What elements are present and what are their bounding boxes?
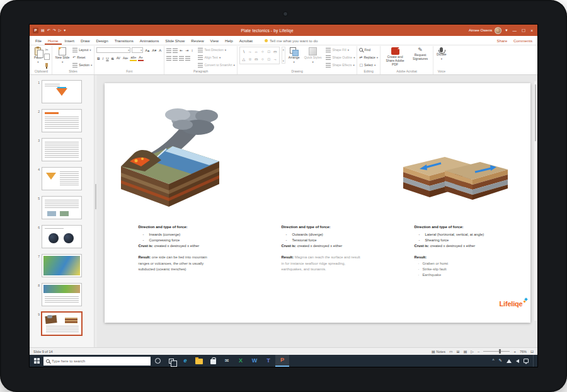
- zoom-in-button[interactable]: +: [513, 350, 516, 354]
- tab-insert[interactable]: Insert: [62, 37, 77, 45]
- replace-button[interactable]: ⇄Replace: [359, 54, 378, 61]
- thumbnail-slide-6[interactable]: [42, 225, 82, 248]
- reset-button[interactable]: ↶Reset: [72, 54, 92, 61]
- tab-slide-show[interactable]: Slide Show: [162, 37, 188, 45]
- thumbnail-slide-2[interactable]: [42, 109, 82, 132]
- task-view-button[interactable]: [164, 355, 178, 367]
- character-spacing-icon[interactable]: AV: [116, 57, 121, 60]
- tab-file[interactable]: File: [32, 37, 45, 45]
- normal-view-icon[interactable]: ▭: [449, 350, 453, 354]
- shape-triangle-icon[interactable]: △: [242, 57, 246, 61]
- close-button[interactable]: ×: [529, 28, 534, 33]
- cut-icon[interactable]: ✂: [45, 48, 50, 52]
- slideshow-view-icon[interactable]: ▷: [471, 350, 474, 354]
- align-center-icon[interactable]: [173, 56, 178, 61]
- ribbon-display-options-icon[interactable]: ▾: [504, 28, 508, 33]
- slide-text-column-3[interactable]: Direction and type of force: Lateral (ho…: [415, 224, 504, 278]
- shapes-gallery-scrollbar[interactable]: ▴ ▾: [282, 47, 285, 64]
- shape-arrow2-icon[interactable]: →: [273, 57, 278, 61]
- fit-to-window-icon[interactable]: ⊡: [530, 350, 534, 354]
- action-center-icon[interactable]: [524, 359, 529, 363]
- pen-icon[interactable]: ✎: [499, 359, 502, 363]
- tray-show-hidden-icons[interactable]: ^: [492, 359, 494, 363]
- reading-view-icon[interactable]: ▤: [464, 350, 467, 354]
- thumbnail-slide-7[interactable]: [42, 254, 82, 277]
- numbering-icon[interactable]: [173, 49, 178, 53]
- font-color-icon[interactable]: A: [138, 55, 143, 61]
- volcano-subduction-image[interactable]: [117, 102, 223, 208]
- lifeliqe-logo[interactable]: Lifeliqe: [500, 300, 523, 308]
- start-slideshow-icon[interactable]: ▷: [59, 28, 62, 32]
- font-size-combobox[interactable]: [132, 47, 143, 53]
- store-button[interactable]: [206, 355, 220, 367]
- copy-icon[interactable]: [45, 55, 50, 60]
- create-share-pdf-button[interactable]: Create and Share Adobe PDF: [382, 47, 408, 67]
- arrange-button[interactable]: Arrange: [287, 47, 301, 64]
- thumbnail-slide-1[interactable]: [42, 80, 82, 103]
- slide-text-column-1[interactable]: Direction and type of force: Inwards (co…: [139, 224, 219, 272]
- zoom-slider[interactable]: [483, 351, 510, 352]
- strikethrough-button[interactable]: S: [111, 57, 115, 61]
- change-case-icon[interactable]: Aa: [122, 57, 129, 61]
- tab-help[interactable]: Help: [222, 37, 236, 45]
- slide-sorter-view-icon[interactable]: ⊞: [457, 350, 460, 354]
- excel-button[interactable]: X: [234, 355, 248, 367]
- share-button[interactable]: Share: [497, 38, 508, 43]
- undo-icon[interactable]: ↶: [47, 28, 50, 32]
- shape-rect2-icon[interactable]: ▭: [254, 57, 259, 61]
- user-avatar[interactable]: [495, 27, 501, 34]
- section-button[interactable]: Section: [72, 62, 92, 68]
- shape-star-icon[interactable]: ☆: [248, 57, 252, 61]
- convert-smartart-button[interactable]: Convert to SmartArt: [198, 62, 234, 68]
- tell-me-box[interactable]: Tell me what you want to do: [265, 38, 318, 45]
- tab-animations[interactable]: Animations: [137, 37, 163, 45]
- powerpoint-button-active[interactable]: P: [275, 355, 289, 367]
- thumbnail-slide-5[interactable]: [42, 196, 82, 219]
- shape-effects-button[interactable]: Shape Effects: [326, 62, 355, 68]
- shrink-font-icon[interactable]: A▾: [151, 49, 157, 52]
- thumbnail-slide-8[interactable]: [42, 283, 82, 306]
- font-name-combobox[interactable]: [96, 47, 130, 53]
- request-signatures-button[interactable]: ✎ Request Signatures: [410, 47, 431, 62]
- bold-button[interactable]: B: [96, 57, 100, 61]
- shape-double-arrow-icon[interactable]: ↔: [254, 50, 259, 54]
- shape-rectangle-icon[interactable]: □: [267, 50, 271, 54]
- fault-block-image[interactable]: [401, 149, 511, 209]
- tab-transitions[interactable]: Transitions: [112, 37, 137, 45]
- select-button[interactable]: ▢Select: [359, 62, 378, 68]
- text-direction-button[interactable]: Text Direction: [198, 47, 234, 53]
- show-desktop-button[interactable]: [533, 355, 535, 367]
- minimize-button[interactable]: —: [512, 28, 518, 33]
- file-explorer-button[interactable]: [192, 355, 206, 367]
- align-right-icon[interactable]: [179, 56, 184, 61]
- shape-rounded-rect-icon[interactable]: ▭: [273, 50, 278, 54]
- shape-circle2-icon[interactable]: ○: [261, 57, 265, 61]
- editor-scrollbar[interactable]: [534, 81, 537, 321]
- tab-draw[interactable]: Draw: [77, 37, 93, 45]
- cortana-button[interactable]: [151, 355, 164, 367]
- italic-button[interactable]: I: [102, 57, 105, 61]
- highlight-color-icon[interactable]: ab: [130, 55, 137, 61]
- volume-icon[interactable]: [516, 359, 519, 363]
- customize-qat-icon[interactable]: ▾: [64, 28, 66, 32]
- line-spacing-icon[interactable]: ↕: [190, 49, 193, 52]
- shapes-gallery[interactable]: ∖ → ↔ ○ □ ▭ △ ☆ ▭ ○ □ →: [239, 47, 280, 64]
- teams-button[interactable]: T: [261, 355, 275, 367]
- zoom-percent[interactable]: 76%: [520, 350, 527, 354]
- save-icon[interactable]: ▤: [41, 28, 45, 32]
- tab-home[interactable]: Home: [45, 37, 62, 45]
- shape-arrow-icon[interactable]: →: [248, 50, 253, 54]
- bullets-icon[interactable]: [166, 49, 171, 53]
- slide-text-column-2[interactable]: Direction and type of force: Outwards (d…: [282, 224, 364, 272]
- justify-icon[interactable]: [185, 56, 190, 61]
- thumbnail-slide-3[interactable]: [42, 138, 82, 161]
- tab-acrobat[interactable]: Acrobat: [236, 37, 256, 45]
- tab-design[interactable]: Design: [93, 37, 111, 45]
- tab-review[interactable]: Review: [188, 37, 207, 45]
- decrease-indent-icon[interactable]: ⇤: [179, 49, 183, 52]
- notes-button[interactable]: ▤ Notes: [432, 350, 445, 354]
- word-button[interactable]: W: [248, 355, 261, 367]
- tab-view[interactable]: View: [207, 37, 222, 45]
- grow-font-icon[interactable]: A▴: [144, 49, 150, 52]
- zoom-slider-thumb[interactable]: [499, 349, 501, 354]
